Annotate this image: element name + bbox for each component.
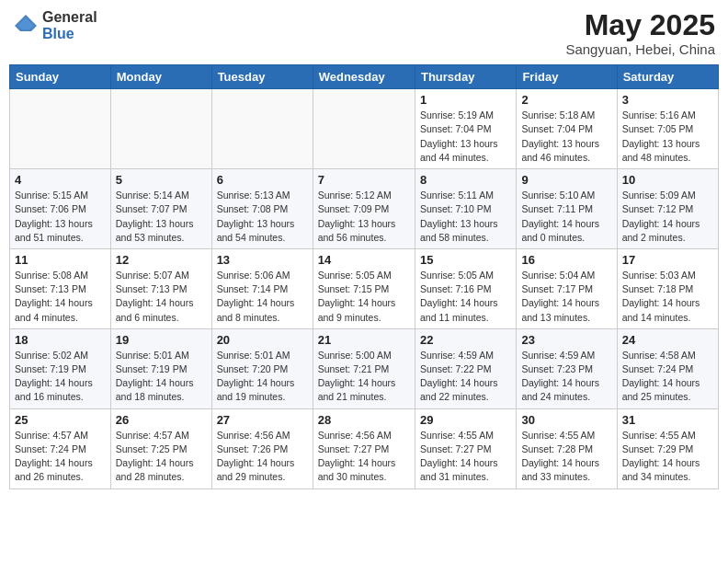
calendar-cell: 31Sunrise: 4:55 AMSunset: 7:29 PMDayligh… bbox=[617, 408, 718, 488]
day-info: Sunrise: 5:05 AMSunset: 7:15 PMDaylight:… bbox=[318, 269, 410, 325]
calendar-week-row: 18Sunrise: 5:02 AMSunset: 7:19 PMDayligh… bbox=[10, 328, 719, 408]
calendar-cell: 2Sunrise: 5:18 AMSunset: 7:04 PMDaylight… bbox=[517, 89, 617, 169]
calendar-week-row: 4Sunrise: 5:15 AMSunset: 7:06 PMDaylight… bbox=[10, 169, 719, 249]
calendar-cell: 6Sunrise: 5:13 AMSunset: 7:08 PMDaylight… bbox=[211, 169, 313, 249]
calendar-cell: 8Sunrise: 5:11 AMSunset: 7:10 PMDaylight… bbox=[415, 169, 516, 249]
calendar-cell: 14Sunrise: 5:05 AMSunset: 7:15 PMDayligh… bbox=[313, 248, 415, 328]
day-info: Sunrise: 5:04 AMSunset: 7:17 PMDaylight:… bbox=[521, 269, 611, 325]
calendar-cell: 10Sunrise: 5:09 AMSunset: 7:12 PMDayligh… bbox=[617, 169, 718, 249]
day-info: Sunrise: 4:58 AMSunset: 7:24 PMDaylight:… bbox=[622, 349, 713, 405]
calendar-cell: 20Sunrise: 5:01 AMSunset: 7:20 PMDayligh… bbox=[211, 328, 313, 408]
day-number: 2 bbox=[521, 93, 611, 107]
weekday-header-row: SundayMondayTuesdayWednesdayThursdayFrid… bbox=[10, 65, 719, 89]
calendar-week-row: 1Sunrise: 5:19 AMSunset: 7:04 PMDaylight… bbox=[10, 89, 719, 169]
day-info: Sunrise: 5:16 AMSunset: 7:05 PMDaylight:… bbox=[622, 109, 713, 165]
day-info: Sunrise: 5:15 AMSunset: 7:06 PMDaylight:… bbox=[15, 189, 106, 245]
calendar-cell: 13Sunrise: 5:06 AMSunset: 7:14 PMDayligh… bbox=[211, 248, 313, 328]
day-number: 20 bbox=[217, 333, 308, 347]
calendar-cell: 22Sunrise: 4:59 AMSunset: 7:22 PMDayligh… bbox=[415, 328, 516, 408]
calendar-cell: 21Sunrise: 5:00 AMSunset: 7:21 PMDayligh… bbox=[313, 328, 415, 408]
month-title: May 2025 bbox=[565, 9, 715, 41]
calendar-cell bbox=[313, 89, 415, 169]
calendar-cell: 1Sunrise: 5:19 AMSunset: 7:04 PMDaylight… bbox=[415, 89, 516, 169]
day-number: 11 bbox=[15, 253, 106, 267]
day-info: Sunrise: 5:18 AMSunset: 7:04 PMDaylight:… bbox=[521, 109, 611, 165]
day-number: 27 bbox=[217, 413, 308, 427]
logo-general-text: General bbox=[42, 9, 97, 26]
day-info: Sunrise: 4:59 AMSunset: 7:23 PMDaylight:… bbox=[521, 349, 611, 405]
day-info: Sunrise: 5:09 AMSunset: 7:12 PMDaylight:… bbox=[622, 189, 713, 245]
day-number: 5 bbox=[116, 173, 207, 187]
day-info: Sunrise: 5:05 AMSunset: 7:16 PMDaylight:… bbox=[420, 269, 511, 325]
title-block: May 2025 Sangyuan, Hebei, China bbox=[565, 9, 715, 57]
day-info: Sunrise: 5:10 AMSunset: 7:11 PMDaylight:… bbox=[521, 189, 611, 245]
day-info: Sunrise: 5:11 AMSunset: 7:10 PMDaylight:… bbox=[420, 189, 511, 245]
day-info: Sunrise: 5:00 AMSunset: 7:21 PMDaylight:… bbox=[318, 349, 410, 405]
calendar-cell: 30Sunrise: 4:55 AMSunset: 7:28 PMDayligh… bbox=[517, 408, 617, 488]
weekday-header-saturday: Saturday bbox=[617, 65, 718, 89]
weekday-header-thursday: Thursday bbox=[415, 65, 516, 89]
day-number: 24 bbox=[622, 333, 713, 347]
calendar-cell: 29Sunrise: 4:55 AMSunset: 7:27 PMDayligh… bbox=[415, 408, 516, 488]
day-info: Sunrise: 4:55 AMSunset: 7:28 PMDaylight:… bbox=[521, 429, 611, 485]
calendar-table: SundayMondayTuesdayWednesdayThursdayFrid… bbox=[9, 64, 719, 488]
calendar-cell: 15Sunrise: 5:05 AMSunset: 7:16 PMDayligh… bbox=[415, 248, 516, 328]
day-number: 26 bbox=[116, 413, 207, 427]
calendar-cell: 12Sunrise: 5:07 AMSunset: 7:13 PMDayligh… bbox=[110, 248, 211, 328]
day-info: Sunrise: 5:02 AMSunset: 7:19 PMDaylight:… bbox=[15, 349, 106, 405]
day-number: 30 bbox=[521, 413, 611, 427]
day-number: 4 bbox=[15, 173, 106, 187]
weekday-header-sunday: Sunday bbox=[10, 65, 111, 89]
day-info: Sunrise: 5:08 AMSunset: 7:13 PMDaylight:… bbox=[15, 269, 106, 325]
location-title: Sangyuan, Hebei, China bbox=[565, 41, 715, 57]
calendar-week-row: 25Sunrise: 4:57 AMSunset: 7:24 PMDayligh… bbox=[10, 408, 719, 488]
day-info: Sunrise: 4:57 AMSunset: 7:25 PMDaylight:… bbox=[116, 429, 207, 485]
weekday-header-friday: Friday bbox=[517, 65, 617, 89]
day-info: Sunrise: 4:56 AMSunset: 7:27 PMDaylight:… bbox=[318, 429, 410, 485]
day-number: 23 bbox=[521, 333, 611, 347]
day-info: Sunrise: 5:01 AMSunset: 7:19 PMDaylight:… bbox=[116, 349, 207, 405]
day-number: 12 bbox=[116, 253, 207, 267]
calendar-cell bbox=[10, 89, 111, 169]
calendar-cell: 3Sunrise: 5:16 AMSunset: 7:05 PMDaylight… bbox=[617, 89, 718, 169]
day-info: Sunrise: 5:06 AMSunset: 7:14 PMDaylight:… bbox=[217, 269, 308, 325]
day-info: Sunrise: 4:55 AMSunset: 7:27 PMDaylight:… bbox=[420, 429, 511, 485]
day-number: 13 bbox=[217, 253, 308, 267]
day-info: Sunrise: 4:55 AMSunset: 7:29 PMDaylight:… bbox=[622, 429, 713, 485]
calendar-cell: 18Sunrise: 5:02 AMSunset: 7:19 PMDayligh… bbox=[10, 328, 111, 408]
calendar-cell bbox=[110, 89, 211, 169]
day-info: Sunrise: 5:12 AMSunset: 7:09 PMDaylight:… bbox=[318, 189, 410, 245]
day-number: 22 bbox=[420, 333, 511, 347]
day-info: Sunrise: 4:57 AMSunset: 7:24 PMDaylight:… bbox=[15, 429, 106, 485]
day-number: 15 bbox=[420, 253, 511, 267]
calendar-cell: 16Sunrise: 5:04 AMSunset: 7:17 PMDayligh… bbox=[517, 248, 617, 328]
day-number: 14 bbox=[318, 253, 410, 267]
day-info: Sunrise: 5:14 AMSunset: 7:07 PMDaylight:… bbox=[116, 189, 207, 245]
day-number: 9 bbox=[521, 173, 611, 187]
day-number: 1 bbox=[420, 93, 511, 107]
calendar-cell: 19Sunrise: 5:01 AMSunset: 7:19 PMDayligh… bbox=[110, 328, 211, 408]
logo-blue-text: Blue bbox=[42, 26, 97, 42]
day-number: 16 bbox=[521, 253, 611, 267]
calendar-cell: 17Sunrise: 5:03 AMSunset: 7:18 PMDayligh… bbox=[617, 248, 718, 328]
day-number: 28 bbox=[318, 413, 410, 427]
svg-marker-1 bbox=[17, 17, 34, 29]
page-header: General Blue May 2025 Sangyuan, Hebei, C… bbox=[9, 9, 719, 57]
day-number: 3 bbox=[622, 93, 713, 107]
weekday-header-monday: Monday bbox=[110, 65, 211, 89]
day-info: Sunrise: 4:59 AMSunset: 7:22 PMDaylight:… bbox=[420, 349, 511, 405]
day-info: Sunrise: 5:01 AMSunset: 7:20 PMDaylight:… bbox=[217, 349, 308, 405]
calendar-cell: 23Sunrise: 4:59 AMSunset: 7:23 PMDayligh… bbox=[517, 328, 617, 408]
calendar-cell: 11Sunrise: 5:08 AMSunset: 7:13 PMDayligh… bbox=[10, 248, 111, 328]
weekday-header-tuesday: Tuesday bbox=[211, 65, 313, 89]
day-number: 17 bbox=[622, 253, 713, 267]
day-number: 18 bbox=[15, 333, 106, 347]
day-info: Sunrise: 5:19 AMSunset: 7:04 PMDaylight:… bbox=[420, 109, 511, 165]
logo-icon bbox=[13, 13, 39, 39]
calendar-cell: 24Sunrise: 4:58 AMSunset: 7:24 PMDayligh… bbox=[617, 328, 718, 408]
weekday-header-wednesday: Wednesday bbox=[313, 65, 415, 89]
day-number: 10 bbox=[622, 173, 713, 187]
logo: General Blue bbox=[13, 9, 97, 41]
calendar-cell: 26Sunrise: 4:57 AMSunset: 7:25 PMDayligh… bbox=[110, 408, 211, 488]
day-number: 29 bbox=[420, 413, 511, 427]
